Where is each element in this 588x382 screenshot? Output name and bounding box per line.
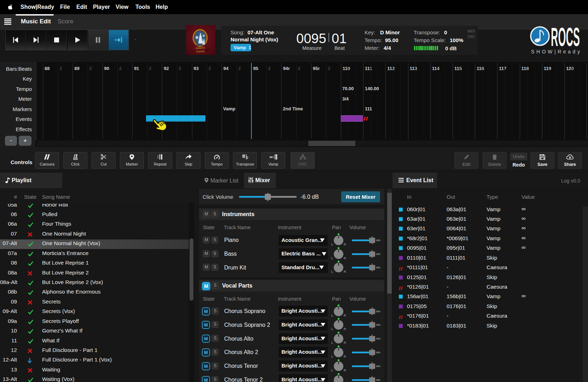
svg-text:∞: ∞ — [269, 154, 273, 160]
svg-text:SHOW|Ready: SHOW|Ready — [531, 49, 580, 54]
svg-text:ROCS: ROCS — [551, 25, 580, 52]
svg-text:Family: Family — [196, 49, 205, 53]
